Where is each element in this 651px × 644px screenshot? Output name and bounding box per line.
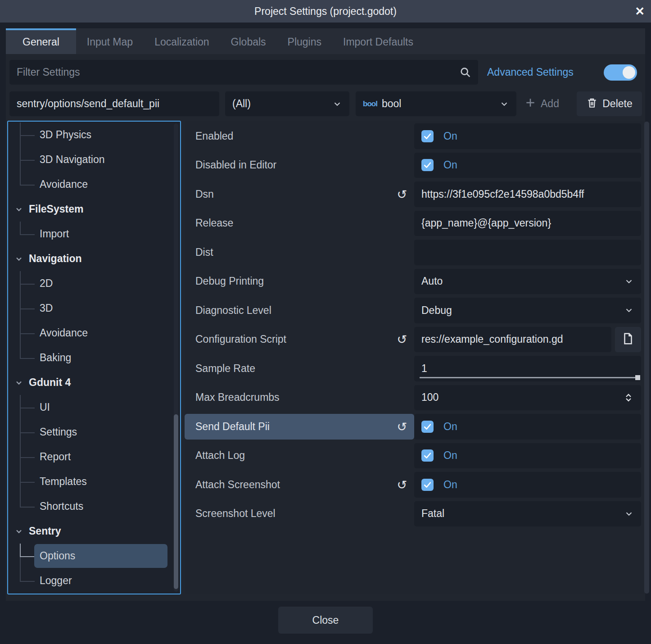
tree-item-baking[interactable]: Baking [8,345,180,370]
text-field-dist[interactable] [414,240,641,265]
checkbox-cell[interactable]: On [414,153,641,178]
tab-globals[interactable]: Globals [220,28,277,54]
tree-item-logger[interactable]: Logger [8,568,180,593]
trash-icon [586,97,598,111]
setting-label: Enabled [195,130,233,142]
checkbox-checked[interactable] [421,159,434,171]
file-button[interactable] [615,327,641,353]
tree-item-sentry[interactable]: Sentry [8,519,180,544]
checkbox-cell[interactable]: On [414,123,641,149]
setting-label-area: Attach Screenshot↺ [185,472,414,498]
tree-item-avoidance[interactable]: Avoidance [8,172,180,197]
tree-item-3d-navigation[interactable]: 3D Navigation [8,147,180,172]
add-button[interactable]: Add [519,91,565,116]
type-dropdown[interactable]: bool bool [356,91,516,116]
revert-icon[interactable]: ↺ [397,188,407,200]
tree-item-ui[interactable]: UI [8,395,180,420]
tree-item-label: Avoidance [40,327,88,339]
chevron-down-icon [14,205,23,214]
text-field-release[interactable]: {app_name}@{app_version} [414,211,641,236]
delete-button-label: Delete [602,98,632,110]
tree-item-templates[interactable]: Templates [8,469,180,494]
property-name-input[interactable] [9,91,219,116]
resource-path-value: res://example_configuration.gd [421,333,563,345]
tab-import-defaults[interactable]: Import Defaults [332,28,424,54]
delete-button[interactable]: Delete [577,91,642,116]
tree-item-gdunit-4[interactable]: Gdunit 4 [8,370,180,395]
checkbox-cell[interactable]: On [414,472,641,498]
tab-plugins[interactable]: Plugins [277,28,332,54]
tree-item-options[interactable]: Options [8,544,180,568]
tab-general[interactable]: General [6,28,76,54]
setting-label-area: Max Breadcrumbs [185,385,414,411]
updown-arrows-icon[interactable] [623,392,634,403]
checkbox-checked[interactable] [421,421,434,433]
setting-label-area: Screenshot Level [185,501,414,527]
tree-item-report[interactable]: Report [8,444,180,469]
revert-icon[interactable]: ↺ [397,333,407,345]
advanced-settings-toggle[interactable] [604,64,637,81]
dropdown-value: Auto [421,275,443,287]
tree-item-navigation[interactable]: Navigation [8,246,180,271]
tree-item-label: Options [40,550,75,562]
spinbox-max-breadcrumbs[interactable]: 100 [414,385,641,411]
tree-item-label: Settings [40,426,77,438]
setting-label: Attach Log [195,449,245,462]
tree-item-import[interactable]: Import [8,222,180,246]
checkbox-state-label: On [443,449,457,462]
text-field-dsn[interactable]: https://3f1e095cf2e14598a0bd5b4ff [414,181,641,207]
toggle-knob [623,66,635,79]
add-button-label: Add [541,98,559,110]
tree-item-2d[interactable]: 2D [8,271,180,296]
inspector-scrollbar-track[interactable] [644,122,649,594]
dropdown-value: Fatal [421,508,444,520]
close-icon[interactable]: ✕ [635,5,645,17]
setting-label-area: Enabled [185,123,414,149]
tree-item-3d-physics[interactable]: 3D Physics [8,122,180,147]
chevron-down-icon [624,305,634,315]
setting-row-diagnostic-level: Diagnostic LevelDebug [185,296,644,325]
filter-settings-field[interactable] [9,60,478,85]
dropdown-diagnostic-level[interactable]: Debug [414,298,641,323]
advanced-settings-label: Advanced Settings [487,60,574,85]
resource-cell: res://example_configuration.gd [414,327,641,353]
setting-label-highlighted: Send Default Pii↺ [185,414,414,440]
filter-settings-input[interactable] [9,60,478,85]
checkbox-checked[interactable] [421,130,434,142]
window-title: Project Settings (project.godot) [254,5,397,18]
checkbox-cell[interactable]: On [414,443,641,469]
setting-label: Send Default Pii [195,421,270,433]
file-icon [621,332,635,347]
tree-item-shortcuts[interactable]: Shortcuts [8,494,180,519]
slider-field-sample-rate[interactable]: 1 [414,356,641,381]
type-value: bool [382,98,401,110]
checkbox-checked[interactable] [421,479,434,491]
dropdown-screenshot-level[interactable]: Fatal [414,501,641,527]
setting-label: Configuration Script [195,333,286,345]
setting-label: Max Breadcrumbs [195,391,280,404]
revert-icon[interactable]: ↺ [397,421,407,433]
category-value: (All) [232,98,251,110]
tab-input-map[interactable]: Input Map [76,28,144,54]
checkbox-state-label: On [443,159,457,171]
close-button[interactable]: Close [278,607,373,634]
tree-item-label: 2D [40,277,53,290]
slider-track[interactable] [420,377,640,378]
tree-item-avoidance[interactable]: Avoidance [8,321,180,345]
tree-item-3d[interactable]: 3D [8,296,180,321]
setting-label-area: Release [185,211,414,236]
slider-grabber[interactable] [635,375,640,380]
property-name-field[interactable] [9,91,219,116]
tab-localization[interactable]: Localization [144,28,220,54]
revert-icon[interactable]: ↺ [397,479,407,491]
checkbox-checked[interactable] [421,449,434,462]
setting-row-dsn: Dsn↺https://3f1e095cf2e14598a0bd5b4ff [185,180,644,209]
tree-item-settings[interactable]: Settings [8,420,180,444]
setting-row-attach-log: Attach LogOn [185,441,644,471]
tree-item-filesystem[interactable]: FileSystem [8,197,180,222]
inspector: EnabledOnDisabled in EditorOnDsn↺https:/… [185,121,644,594]
category-dropdown[interactable]: (All) [225,91,349,116]
dropdown-debug-printing[interactable]: Auto [414,269,641,295]
resource-path-field[interactable]: res://example_configuration.gd [414,327,611,353]
checkbox-cell[interactable]: On [414,414,641,440]
